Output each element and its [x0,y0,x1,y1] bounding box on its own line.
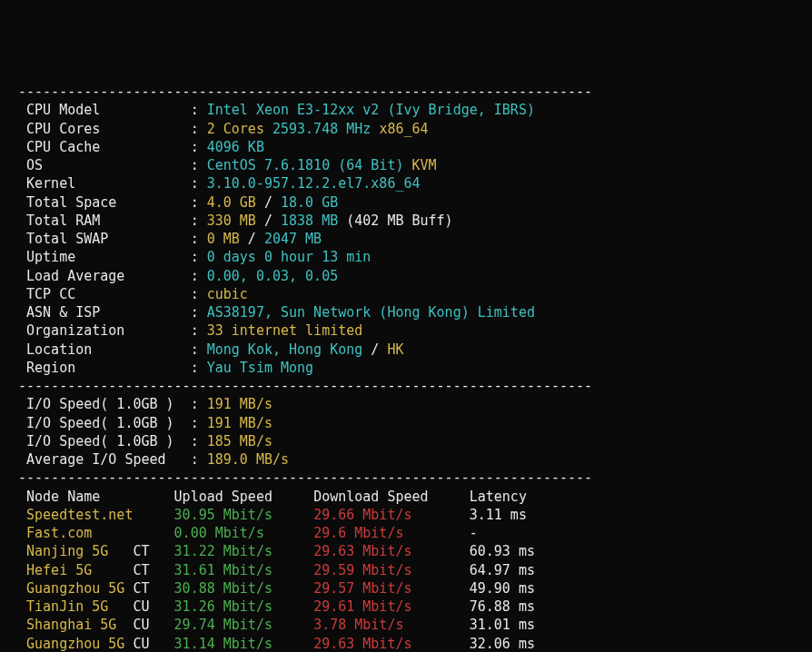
speed-row: Guangzhou 5G CT 30.88 Mbit/s 29.57 Mbit/… [18,579,794,598]
info-label: Total Space [18,194,191,211]
info-label: Location [18,341,191,358]
upload-speed: 30.88 Mbit/s [174,580,314,597]
speed-row: Nanjing 5G CT 31.22 Mbit/s 29.63 Mbit/s … [18,542,794,560]
info-row: TCP CC : cubic [18,285,794,303]
speed-row: Guangzhou 5G CU 31.14 Mbit/s 29.63 Mbit/… [18,635,794,653]
info-row: CPU Cache : 4096 KB [18,138,794,156]
node-name: Hefei 5G [18,562,133,578]
info-label: CPU Cache [18,139,191,155]
info-row: Kernel : 3.10.0-957.12.2.el7.x86_64 [18,174,794,193]
node-name: Speedtest.net [18,507,133,523]
upload-speed: 31.61 Mbit/s [174,562,314,578]
download-speed: 29.57 Mbit/s [313,580,470,597]
info-label: Region [18,360,191,376]
latency: 49.90 ms [470,580,535,597]
info-row: CPU Model : Intel Xeon E3-12xx v2 (Ivy B… [18,101,794,119]
info-row: Total SWAP : 0 MB / 2047 MB [18,230,794,248]
upload-speed: 31.14 Mbit/s [174,636,314,652]
latency: 76.88 ms [470,598,535,615]
info-row: Total RAM : 330 MB / 1838 MB (402 MB Buf… [18,212,794,230]
io-row: I/O Speed( 1.0GB ) : 191 MB/s [18,395,794,413]
info-row: Location : Mong Kok, Hong Kong / HK [18,341,794,359]
divider: ----------------------------------------… [18,83,794,101]
node-name: Shanghai 5G [18,617,133,633]
info-label: Kernel [18,175,191,192]
info-label: OS [18,157,191,173]
node-name: Guangzhou 5G [18,580,133,597]
io-row: I/O Speed( 1.0GB ) : 191 MB/s [18,414,794,432]
info-row: ASN & ISP : AS38197, Sun Network (Hong K… [18,303,794,321]
info-label: CPU Cores [18,121,191,137]
node-name: TianJin 5G [18,598,133,615]
info-label: Total RAM [18,212,191,229]
download-speed: 29.66 Mbit/s [313,507,470,523]
download-speed: 29.6 Mbit/s [313,525,470,541]
download-speed: 29.63 Mbit/s [313,543,470,559]
latency: 60.93 ms [470,543,535,559]
info-label: Uptime [18,249,191,265]
upload-speed: 31.26 Mbit/s [174,598,314,615]
latency: 31.01 ms [470,617,535,633]
divider: ----------------------------------------… [18,469,794,487]
info-row: Organization : 33 internet limited [18,321,794,340]
download-speed: 29.63 Mbit/s [313,636,470,652]
io-row: Average I/O Speed : 189.0 MB/s [18,450,794,469]
info-row: OS : CentOS 7.6.1810 (64 Bit) KVM [18,156,794,174]
upload-speed: 0.00 Mbit/s [174,525,314,541]
download-speed: 29.59 Mbit/s [313,562,470,578]
latency: 64.97 ms [470,562,535,578]
speed-row: Shanghai 5G CU 29.74 Mbit/s 3.78 Mbit/s … [18,616,794,634]
speed-row: Fast.com 0.00 Mbit/s 29.6 Mbit/s - [18,524,794,542]
info-row: Total Space : 4.0 GB / 18.0 GB [18,193,794,212]
info-label: ASN & ISP [18,304,191,321]
latency: 3.11 ms [470,507,527,523]
node-name: Nanjing 5G [18,543,133,559]
speed-row: TianJin 5G CU 31.26 Mbit/s 29.61 Mbit/s … [18,598,794,616]
upload-speed: 30.95 Mbit/s [174,507,314,523]
info-row: Uptime : 0 days 0 hour 13 min [18,248,794,266]
info-label: TCP CC [18,286,191,302]
info-row: Region : Yau Tsim Mong [18,359,794,377]
info-label: Load Average [18,268,191,284]
node-name: Guangzhou 5G [18,636,133,652]
io-row: I/O Speed( 1.0GB ) : 185 MB/s [18,432,794,450]
speed-header: Node Name Upload Speed Download Speed La… [18,488,794,506]
terminal-output: ----------------------------------------… [18,83,794,652]
info-row: CPU Cores : 2 Cores 2593.748 MHz x86_64 [18,120,794,138]
download-speed: 3.78 Mbit/s [313,617,470,633]
node-name: Fast.com [18,525,133,541]
latency: - [470,525,478,541]
upload-speed: 31.22 Mbit/s [174,543,314,559]
latency: 32.06 ms [470,636,535,652]
upload-speed: 29.74 Mbit/s [174,617,314,633]
info-label: Organization [18,322,191,339]
info-label: CPU Model [18,102,191,118]
info-label: Total SWAP [18,231,191,247]
info-row: Load Average : 0.00, 0.03, 0.05 [18,267,794,285]
divider: ----------------------------------------… [18,377,794,395]
speed-row: Speedtest.net 30.95 Mbit/s 29.66 Mbit/s … [18,506,794,524]
speed-row: Hefei 5G CT 31.61 Mbit/s 29.59 Mbit/s 64… [18,561,794,579]
download-speed: 29.61 Mbit/s [313,598,470,615]
